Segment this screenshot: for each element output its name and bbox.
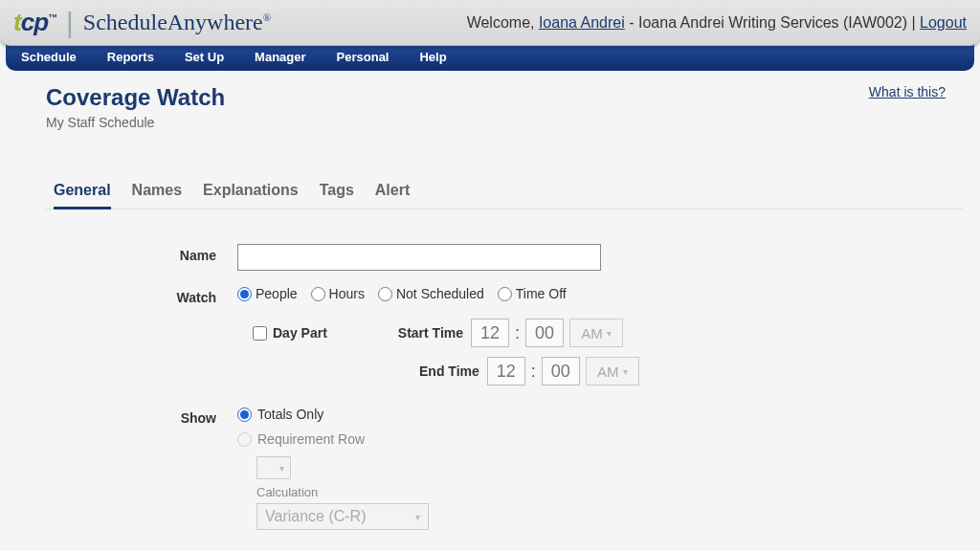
end-time-label: End Time: [419, 364, 479, 379]
watch-hours-radio[interactable]: [311, 287, 325, 301]
start-min-input[interactable]: [525, 319, 564, 347]
schedule-anywhere-logo: ScheduleAnywhere®: [83, 10, 271, 35]
watch-people-radio[interactable]: [237, 287, 252, 301]
chevron-down-icon: ▾: [279, 463, 284, 474]
page-subtitle: My Staff Schedule: [46, 115, 225, 130]
menu-schedule[interactable]: Schedule: [17, 44, 80, 70]
end-ampm-select[interactable]: AM▾: [586, 357, 639, 386]
start-hour-input[interactable]: [471, 319, 509, 347]
start-ampm-select[interactable]: AM▾: [569, 319, 623, 347]
tab-tags[interactable]: Tags: [320, 176, 354, 209]
welcome-text: Welcome, Ioana Andrei - Ioana Andrei Wri…: [467, 14, 967, 32]
show-label: Show: [103, 407, 237, 426]
show-requirement-radio[interactable]: [237, 432, 252, 447]
requirement-row-select[interactable]: ▾: [256, 456, 291, 479]
name-input[interactable]: [237, 244, 601, 271]
day-part-label: Day Part: [273, 325, 327, 341]
what-is-this-link[interactable]: What is this?: [869, 84, 946, 99]
tab-explanations[interactable]: Explanations: [203, 176, 299, 209]
watch-notscheduled-radio[interactable]: [378, 287, 392, 301]
brand-divider: |: [66, 7, 74, 39]
end-min-input[interactable]: [542, 357, 580, 386]
start-time-label: Start Time: [398, 325, 463, 341]
show-requirement-label: Requirement Row: [257, 431, 365, 447]
page-title: Coverage Watch: [46, 84, 225, 111]
content-area: Coverage Watch My Staff Schedule What is…: [0, 71, 980, 551]
colon: :: [515, 323, 520, 343]
top-bar: tcp™ | ScheduleAnywhere® Welcome, Ioana …: [0, 0, 980, 46]
tab-general[interactable]: General: [54, 176, 111, 209]
form-general: Name Watch People Hours Not Scheduled Ti…: [46, 209, 963, 551]
user-link[interactable]: Ioana Andrei: [539, 14, 625, 31]
menu-setup[interactable]: Set Up: [181, 44, 228, 70]
calculation-value: Variance (C-R): [265, 508, 367, 525]
day-part-checkbox[interactable]: [253, 326, 267, 341]
tab-alert[interactable]: Alert: [375, 176, 410, 209]
tab-bar: General Names Explanations Tags Alert: [46, 176, 963, 209]
calculation-select[interactable]: Variance (C-R) ▾: [256, 503, 429, 530]
menu-manager[interactable]: Manager: [251, 44, 309, 70]
tab-names[interactable]: Names: [132, 176, 182, 209]
menu-reports[interactable]: Reports: [103, 44, 158, 70]
org-text: - Ioana Andrei Writing Services (IAW002)…: [625, 14, 920, 31]
show-totals-label: Totals Only: [257, 407, 323, 422]
main-menu: Schedule Reports Set Up Manager Personal…: [6, 42, 974, 71]
end-hour-input[interactable]: [487, 357, 525, 386]
menu-help[interactable]: Help: [415, 44, 450, 70]
show-totals-radio[interactable]: [237, 408, 252, 422]
menu-personal[interactable]: Personal: [333, 44, 393, 70]
colon: :: [531, 362, 536, 382]
welcome-prefix: Welcome,: [467, 14, 539, 31]
watch-timeoff-label: Time Off: [516, 286, 567, 301]
watch-label: Watch: [103, 286, 237, 305]
calculation-label: Calculation: [237, 485, 963, 499]
chevron-down-icon: ▾: [623, 366, 628, 377]
chevron-down-icon: ▾: [607, 328, 612, 339]
watch-people-label: People: [256, 286, 298, 301]
brand-logo: tcp™ | ScheduleAnywhere®: [13, 7, 271, 39]
tcp-logo: tcp™: [13, 8, 56, 37]
watch-hours-label: Hours: [329, 286, 365, 301]
logout-link[interactable]: Logout: [920, 14, 967, 31]
watch-notscheduled-label: Not Scheduled: [396, 286, 484, 301]
chevron-down-icon: ▾: [415, 512, 420, 522]
watch-timeoff-radio[interactable]: [498, 287, 512, 301]
name-label: Name: [103, 244, 237, 263]
